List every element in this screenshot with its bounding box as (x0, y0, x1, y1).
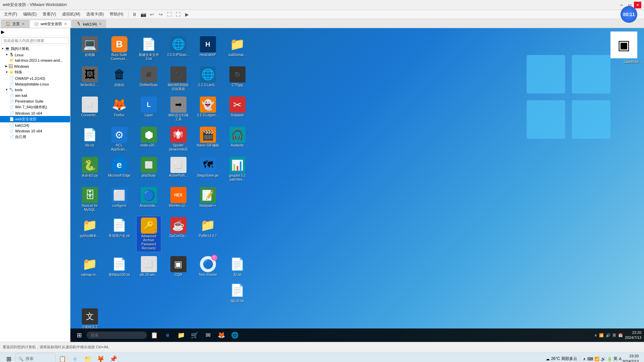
win11-tray-up[interactable]: ∧ (583, 357, 586, 361)
sidebar-item-win7[interactable]: 📄 Win 7_64(ct操作机) (0, 104, 70, 110)
menu-file[interactable]: 文件(F) (1, 11, 20, 18)
win11-search-btn[interactable]: 🔍 搜索 (15, 353, 56, 362)
icon-burpsuite[interactable]: B Burp Suite Communi... (107, 35, 132, 62)
task-view-button[interactable]: 📋 (148, 329, 160, 341)
sidebar-item-special[interactable]: ▼ ⭐ 特殊 (0, 69, 70, 75)
clock[interactable]: 23:20 2024/7/13 (625, 330, 641, 341)
icon-recycle[interactable]: 🗑 回收站 (107, 65, 132, 93)
menu-view[interactable]: 查看(V) (40, 11, 59, 18)
icon-porttxt[interactable]: 📄 端口0.txt (225, 281, 250, 304)
icon-snipaste[interactable]: ✂ Snipaste (225, 95, 250, 123)
win11-clock[interactable]: 23:20 2024/7/13 (622, 354, 641, 362)
tray-network[interactable]: 📶 (599, 333, 604, 338)
icon-sqlmap[interactable]: 📁 sqlmap-m... (77, 255, 102, 278)
menu-help[interactable]: 帮助(H) (107, 11, 126, 18)
icon-testchrome[interactable]: 🔵 T Test chrome (195, 255, 220, 278)
tab-web[interactable]: ⬜ web安全攻防 ✕ (30, 20, 71, 28)
win11-task-btn[interactable]: 📋 (56, 353, 68, 362)
icon-converter[interactable]: ⬜ Converter... (77, 95, 102, 123)
icon-passwords[interactable]: 📄 密码top100.txt (107, 255, 132, 278)
menu-tabs[interactable]: 选项卡(B) (84, 11, 106, 18)
icon-edge[interactable]: e Microsoft Edge (107, 156, 132, 183)
win11-edge-btn[interactable]: e (69, 353, 81, 362)
icon-activepy[interactable]: ⬜ ActivePyth... (166, 156, 191, 183)
taskbar-edge-btn[interactable]: e (162, 329, 174, 341)
back-button[interactable]: ↩ (148, 11, 156, 18)
terminal-button[interactable]: ▶ (183, 11, 191, 18)
taskbar-news-btn[interactable]: 🌐 (229, 329, 241, 341)
pause-button[interactable]: ⏸ (130, 11, 139, 18)
icon-hexedit[interactable]: H HexEditXP (195, 35, 220, 62)
win11-folder-btn[interactable]: 📁 (82, 353, 94, 362)
taskbar-firefox-btn[interactable]: 🦊 (215, 329, 227, 341)
icon-winhex[interactable]: HEX WinHex v2... (166, 186, 191, 213)
win11-pin-btn[interactable]: 📌 (107, 353, 119, 362)
win11-tray-ime[interactable]: A (619, 357, 622, 361)
icon-dotnet[interactable]: ⬛ DotNetScan (136, 65, 161, 93)
icon-9e3ec[interactable]: 🖼 9e3ec8c2-... (77, 65, 102, 93)
icon-yujian[interactable]: ⬛ 御剑WEB指纹识别系统 (166, 65, 191, 93)
icon-stegosolve[interactable]: 🗺 StegoSolve.jar (195, 156, 220, 183)
icon-namogif[interactable]: 🎬 Namo GIF编辑 (195, 125, 220, 153)
icon-zipconop[interactable]: ☕ ZipConOp... (166, 216, 191, 252)
icon-anaconda[interactable]: 🔵 Anaconda... (136, 186, 161, 213)
icon-subdomain[interactable]: 📁 subDomai... (225, 35, 250, 62)
menu-edit[interactable]: 编辑(E) (20, 11, 39, 18)
win11-start-btn[interactable]: ⊞ (3, 353, 15, 362)
icon-unnamed[interactable]: 🐍 未命名0.py (77, 156, 102, 183)
taskbar-mail-btn[interactable]: ✉ (202, 329, 214, 341)
qr-code[interactable]: ▣ (610, 32, 637, 58)
sidebar-item-linux[interactable]: ▼ 🐧 Linux (0, 52, 70, 58)
sidebar-item-kali134[interactable]: 📄 kali(134) (0, 122, 70, 128)
forward-button[interactable]: ↪ (157, 11, 165, 18)
sidebar-item-win10b[interactable]: 📄 Windows 10 x64 (0, 128, 70, 134)
tab-kali[interactable]: 🐧 kali(134) ✕ (72, 20, 106, 28)
icon-notepadpp[interactable]: 📝 Notepad++ (195, 186, 220, 213)
icon-phpstudy[interactable]: ⬜ phpStudy (136, 156, 161, 183)
sidebar-collapse-btn[interactable]: ▶ (1, 29, 5, 35)
icon-cqr[interactable]: ▣ CQR (166, 255, 191, 278)
win11-tray-keyboard[interactable]: ⌨ (587, 357, 593, 361)
sidebar-item-tools[interactable]: ▼ 🔧 tools (0, 87, 70, 93)
icon-newtxt3[interactable]: 📄 新建文本文件3.txt (136, 35, 161, 62)
tab-home-close[interactable]: ✕ (22, 22, 24, 26)
snapshot-button[interactable]: 📷 (139, 11, 147, 18)
sidebar-search-input[interactable] (1, 37, 69, 44)
close-button[interactable]: ✕ (634, 2, 641, 8)
icon-gnuplot[interactable]: 📊 gnuplot 5.2 patchlev... (225, 156, 250, 183)
sidebar-item-kali[interactable]: 📁 kali-linux-2023.1-vmware-amd... (0, 58, 70, 63)
icon-lans[interactable]: 🌐 2.2.3-LanS... (195, 65, 220, 93)
tab-web-close[interactable]: ✕ (64, 22, 67, 26)
sidebar-item-owasp[interactable]: 📄 OWASP v1.2(143) (0, 75, 70, 81)
taskbar-folder-btn[interactable]: 📁 (175, 329, 187, 341)
sidebar-item-selfuse[interactable]: 📄 自己用 (0, 134, 70, 140)
sidebar-item-web[interactable]: 📄 web安全攻防 (0, 116, 70, 122)
zoom-button[interactable]: ⛶ (165, 11, 173, 18)
icon-node[interactable]: ⬢ node-v20... (136, 125, 161, 153)
icon-aapr[interactable]: 🔑 🏃 Advanced Archive Password Recovery (136, 216, 161, 252)
taskbar-store-btn[interactable]: 🛒 (189, 329, 201, 341)
fullscreen-button[interactable]: ⛶ (174, 11, 182, 18)
tab-home[interactable]: 🏠 主页 ✕ (1, 20, 29, 28)
icon-legion[interactable]: 👻 2.2.3-Legion... (195, 95, 220, 123)
icon-configxml[interactable]: ⬜ configxml (107, 186, 132, 213)
icon-jdk[interactable]: ⬜ jdk-20 win... (136, 255, 161, 278)
icon-32txt[interactable]: 📄 32.txt (225, 255, 250, 278)
menu-vm[interactable]: 虚拟机(M) (59, 11, 83, 18)
icon-mycomputer[interactable]: 💻 此电脑 (77, 35, 102, 62)
icon-navicat[interactable]: 🗄 Navicat for MySQL (77, 186, 102, 213)
sidebar-item-mycomputer[interactable]: ▼ 💻 我的计算机 (0, 46, 70, 52)
sidebar-item-meta[interactable]: 📄 Metasploitable-Linux (0, 81, 70, 87)
sidebar-item-win10a[interactable]: 📄 Windows 10 x64 (0, 110, 70, 116)
tray-calendar[interactable]: 📅 (618, 333, 623, 338)
sidebar-item-windows[interactable]: ▶ 🪟 Windows (0, 63, 70, 69)
icon-filetxt[interactable]: 📄 file.txt (77, 125, 102, 153)
tray-sound[interactable]: 🔊 (606, 333, 610, 338)
win11-tray-network[interactable]: 📶 (594, 357, 599, 361)
icon-pyme[interactable]: 📁 PyMe14.4.7 (195, 216, 220, 252)
start-button[interactable]: ⊞ (73, 329, 85, 341)
tray-chevron[interactable]: ∧ (594, 333, 597, 338)
icon-ipscan[interactable]: 🌐 2.2.3-IPScan... (166, 35, 191, 62)
icon-audacity[interactable]: 🎧 Audacity (225, 125, 250, 153)
taskbar-search-input[interactable] (87, 331, 147, 339)
